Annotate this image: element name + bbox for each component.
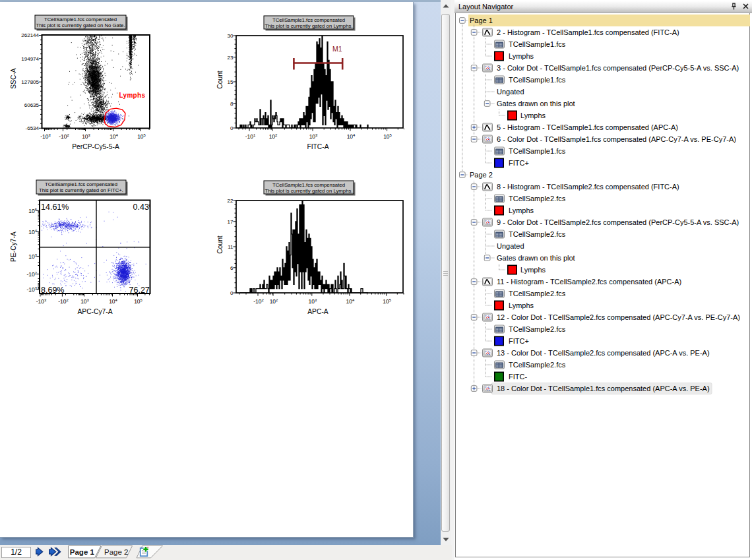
svg-text:Ungated: Ungated	[497, 242, 524, 250]
svg-text:Page 2: Page 2	[470, 171, 493, 179]
svg-text:TCellSample2.fcs: TCellSample2.fcs	[509, 361, 566, 369]
svg-text:Gates drawn on this plot: Gates drawn on this plot	[497, 100, 575, 108]
svg-text:5 - Histogram - TCellSample1.f: 5 - Histogram - TCellSample1.fcs compens…	[497, 123, 678, 131]
svg-text:9 - Color Dot - TCellSample2.f: 9 - Color Dot - TCellSample2.fcs compens…	[497, 218, 739, 226]
svg-text:FITC-: FITC-	[509, 373, 527, 381]
svg-text:Page 2: Page 2	[104, 548, 128, 556]
svg-text:18 - Color Dot - TCellSample1.: 18 - Color Dot - TCellSample1.fcs compen…	[497, 385, 710, 392]
svg-text:Lymphs: Lymphs	[520, 266, 546, 274]
svg-text:3 - Color Dot - TCellSample1.f: 3 - Color Dot - TCellSample1.fcs compens…	[497, 64, 739, 72]
svg-text:TCellSample2.fcs: TCellSample2.fcs	[509, 290, 566, 297]
svg-text:TCellSample1.fcs: TCellSample1.fcs	[509, 147, 566, 155]
svg-text:12 - Color Dot - TCellSample2.: 12 - Color Dot - TCellSample2.fcs compen…	[497, 313, 740, 321]
svg-text:13 - Color Dot - TCellSample2.: 13 - Color Dot - TCellSample2.fcs compen…	[497, 349, 710, 357]
svg-text:FITC+: FITC+	[509, 337, 529, 345]
svg-text:Page 1: Page 1	[470, 16, 493, 24]
svg-text:Ungated: Ungated	[497, 88, 524, 96]
svg-text:Gates drawn on this plot: Gates drawn on this plot	[497, 254, 575, 262]
svg-text:Lymphs: Lymphs	[509, 206, 534, 214]
svg-text:Lymphs: Lymphs	[509, 301, 534, 309]
svg-text:TCellSample1.fcs: TCellSample1.fcs	[509, 76, 566, 84]
svg-text:TCellSample2.fcs: TCellSample2.fcs	[509, 195, 566, 202]
svg-text:TCellSample2.fcs: TCellSample2.fcs	[509, 325, 566, 333]
svg-text:Lymphs: Lymphs	[509, 52, 534, 60]
svg-text:11 - Histogram - TCellSample2.: 11 - Histogram - TCellSample2.fcs compen…	[497, 278, 681, 286]
svg-text:TCellSample1.fcs: TCellSample1.fcs	[509, 40, 566, 48]
svg-text:2 - Histogram - TCellSample1.f: 2 - Histogram - TCellSample1.fcs compens…	[497, 28, 679, 36]
svg-text:FITC+: FITC+	[509, 159, 529, 167]
svg-text:Lymphs: Lymphs	[520, 111, 546, 119]
svg-text:8 - Histogram - TCellSample2.f: 8 - Histogram - TCellSample2.fcs compens…	[497, 183, 679, 191]
svg-text:TCellSample2.fcs: TCellSample2.fcs	[509, 230, 566, 238]
svg-text:Page 1: Page 1	[70, 548, 95, 556]
svg-text:6 - Color Dot - TCellSample1.f: 6 - Color Dot - TCellSample1.fcs compens…	[497, 135, 736, 143]
